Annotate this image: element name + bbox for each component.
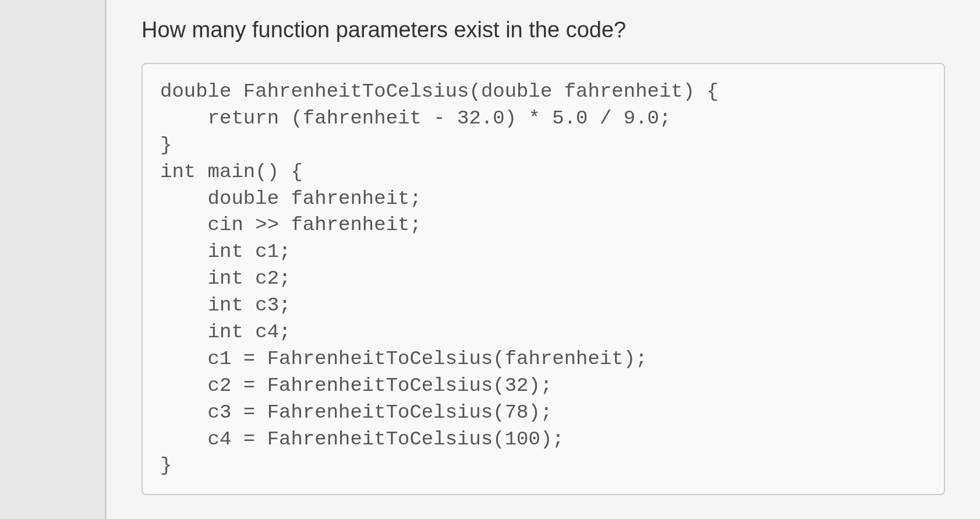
code-block: double FahrenheitToCelsius(double fahren… bbox=[141, 63, 945, 495]
code-line: int c3; bbox=[160, 294, 291, 316]
code-line: cin >> fahrenheit; bbox=[160, 214, 422, 236]
code-line: return (fahrenheit - 32.0) * 5.0 / 9.0; bbox=[160, 107, 671, 129]
code-line: c1 = FahrenheitToCelsius(fahrenheit); bbox=[160, 348, 648, 370]
code-line: } bbox=[160, 134, 172, 156]
code-line: c4 = FahrenheitToCelsius(100); bbox=[160, 428, 564, 450]
code-line: double FahrenheitToCelsius(double fahren… bbox=[160, 80, 719, 103]
code-line: int main() { bbox=[160, 161, 303, 183]
question-container: How many function parameters exist in th… bbox=[105, 0, 980, 519]
code-line: int c4; bbox=[160, 321, 291, 343]
code-line: double fahrenheit; bbox=[160, 188, 422, 210]
code-line: c3 = FahrenheitToCelsius(78); bbox=[160, 401, 552, 423]
code-line: } bbox=[160, 454, 172, 476]
code-line: c2 = FahrenheitToCelsius(32); bbox=[160, 375, 552, 397]
code-line: int c1; bbox=[160, 241, 291, 263]
question-text: How many function parameters exist in th… bbox=[141, 17, 945, 43]
code-line: int c2; bbox=[160, 267, 291, 289]
